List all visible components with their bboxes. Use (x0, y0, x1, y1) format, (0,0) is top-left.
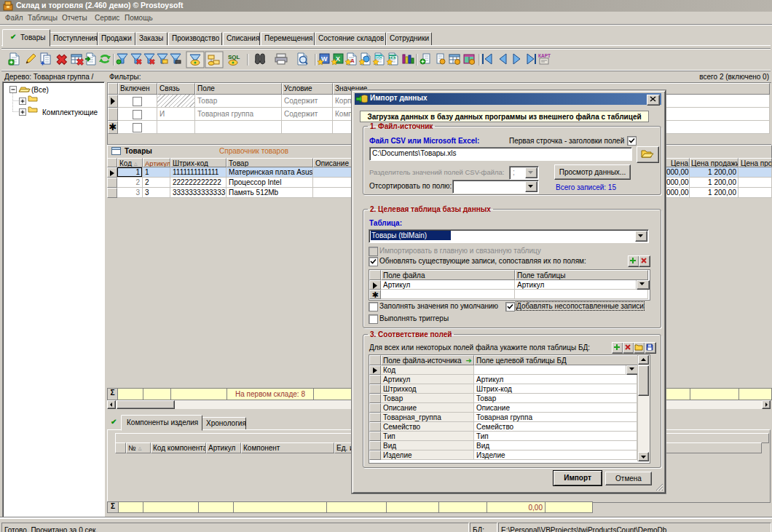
svg-text:A: A (350, 57, 355, 64)
svg-text:КАРТ: КАРТ (538, 53, 551, 58)
svg-text:TXT: TXT (390, 55, 398, 60)
svg-text:SQL: SQL (228, 54, 240, 60)
svg-text:ISO: ISO (376, 55, 383, 60)
